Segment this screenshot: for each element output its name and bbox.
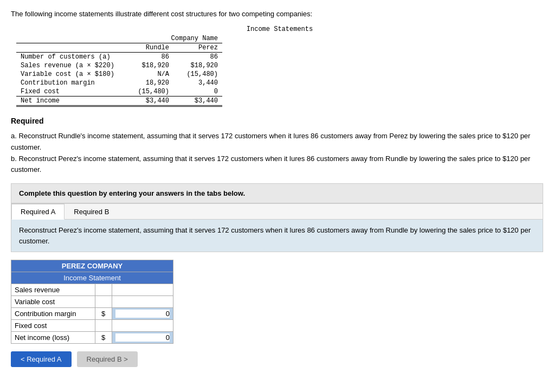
prev-required-a-button[interactable]: < Required A bbox=[11, 351, 72, 367]
table-row: Variable cost bbox=[11, 296, 173, 308]
perez-company-header: PEREZ COMPANY bbox=[11, 260, 173, 272]
income-row-perez: 3,440 bbox=[173, 79, 222, 87]
table-row: Net income (loss)$ bbox=[11, 332, 173, 344]
tabs-container: Required A Required B Reconstruct Perez'… bbox=[11, 203, 543, 252]
income-row-rundle: (15,480) bbox=[125, 87, 173, 97]
income-row-label: Sales revenue (a × $220) bbox=[16, 61, 125, 70]
intro-text: The following income statements illustra… bbox=[11, 10, 543, 18]
income-row-perez: 0 bbox=[173, 87, 222, 97]
income-row-rundle: $18,920 bbox=[125, 61, 173, 70]
income-row-perez: 86 bbox=[173, 53, 222, 62]
tab-content: Reconstruct Perez's income statement, as… bbox=[11, 220, 543, 252]
perez-row-label: Sales revenue bbox=[11, 284, 95, 296]
tab-required-a[interactable]: Required A bbox=[11, 204, 65, 220]
income-table: Company Name Rundle Perez Number of cust… bbox=[16, 34, 222, 107]
next-button-label: Required B > bbox=[87, 355, 128, 363]
perez-dollar-sign bbox=[95, 296, 112, 308]
perez-row-input[interactable] bbox=[115, 333, 170, 342]
income-row-rundle: N/A bbox=[125, 70, 173, 79]
prev-button-label: < Required A bbox=[21, 355, 62, 363]
complete-box: Complete this question by entering your … bbox=[11, 183, 543, 203]
perez-dollar-sign: $ bbox=[95, 308, 112, 320]
required-heading: Required bbox=[11, 117, 543, 125]
income-table-title: Income Statements bbox=[16, 25, 543, 33]
perez-dollar-sign bbox=[95, 284, 112, 296]
perez-row-input[interactable] bbox=[115, 286, 170, 294]
perez-row-input[interactable] bbox=[115, 298, 170, 306]
income-row-perez: (15,480) bbox=[173, 70, 222, 79]
perez-company-table: PEREZ COMPANY Income Statement Sales rev… bbox=[11, 260, 173, 344]
perez-row-label: Contribution margin bbox=[11, 308, 95, 320]
instruction-b: b. Reconstruct Perez's income statement,… bbox=[11, 153, 543, 176]
income-row-label: Number of customers (a) bbox=[16, 53, 125, 62]
perez-income-statement-header: Income Statement bbox=[11, 272, 173, 284]
table-row: Fixed cost bbox=[11, 320, 173, 332]
instruction-a: a. Reconstruct Rundle's income statement… bbox=[11, 131, 543, 153]
perez-form: PEREZ COMPANY Income Statement Sales rev… bbox=[11, 260, 543, 344]
col-perez-header: Perez bbox=[173, 43, 222, 53]
nav-buttons: < Required A Required B > bbox=[11, 351, 543, 369]
col-rundle-header: Rundle bbox=[125, 43, 173, 53]
tab-bar: Required A Required B bbox=[11, 204, 543, 220]
income-row-perez: $18,920 bbox=[173, 61, 222, 70]
perez-row-label: Net income (loss) bbox=[11, 332, 95, 344]
table-row: Contribution margin$ bbox=[11, 308, 173, 320]
income-row-label: Fixed cost bbox=[16, 87, 125, 97]
perez-dollar-sign bbox=[95, 320, 112, 332]
income-statements-section: Income Statements Company Name Rundle Pe… bbox=[16, 25, 543, 107]
next-required-b-button[interactable]: Required B > bbox=[77, 351, 138, 367]
perez-row-input[interactable] bbox=[115, 310, 170, 318]
perez-row-label: Variable cost bbox=[11, 296, 95, 308]
income-row-label: Variable cost (a × $180) bbox=[16, 70, 125, 79]
table-row: Sales revenue bbox=[11, 284, 173, 296]
income-row-rundle: 86 bbox=[125, 53, 173, 62]
perez-row-input[interactable] bbox=[115, 322, 170, 330]
company-name-header: Company Name bbox=[125, 34, 222, 43]
perez-dollar-sign: $ bbox=[95, 332, 112, 344]
perez-row-label: Fixed cost bbox=[11, 320, 95, 332]
instructions-section: a. Reconstruct Rundle's income statement… bbox=[11, 131, 543, 176]
income-row-rundle: 18,920 bbox=[125, 79, 173, 87]
tab-required-b[interactable]: Required B bbox=[65, 204, 118, 219]
income-row-perez: $3,440 bbox=[173, 97, 222, 106]
income-row-label: Net income bbox=[16, 97, 125, 106]
income-row-rundle: $3,440 bbox=[125, 97, 173, 106]
income-row-label: Contribution margin bbox=[16, 79, 125, 87]
